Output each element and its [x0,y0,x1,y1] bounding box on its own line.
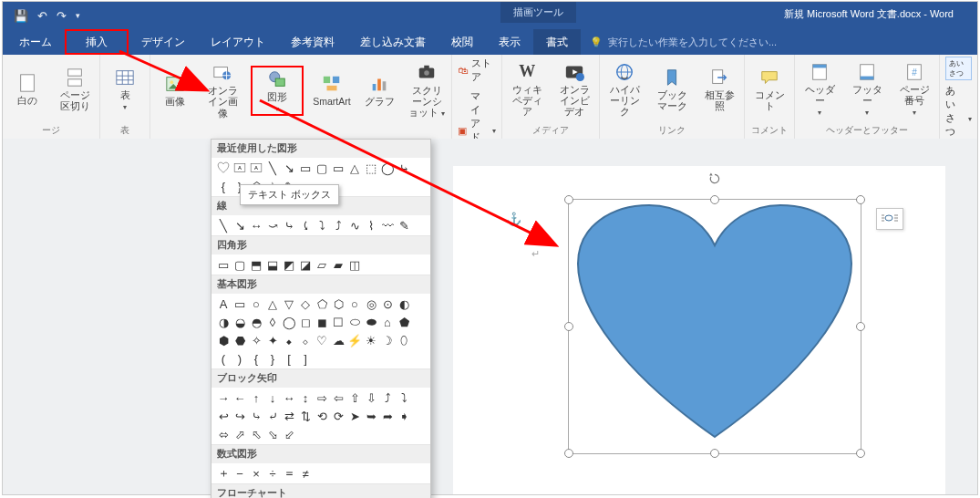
shape-block-13[interactable]: ↪ [232,408,248,424]
shape-oval[interactable]: ◯ [379,160,396,176]
header-button[interactable]: ヘッダー▾ [800,62,839,117]
shape-basic-24[interactable]: ⬢ [215,332,232,348]
shape-basic-12[interactable]: ◑ [215,314,232,330]
shape-brace-l[interactable]: { [215,178,232,194]
shape-basic-7[interactable]: ⬡ [330,296,346,312]
tab-insert[interactable]: 挿入 [65,29,129,55]
shape-block-10[interactable]: ⤴ [379,389,396,406]
shape-triangle[interactable]: △ [346,160,363,176]
shapes-button[interactable]: 図形▾ [258,69,296,113]
shape-r8[interactable]: ▰ [330,256,346,273]
shape-basic-1[interactable]: ▭ [232,296,248,312]
resize-handle-w[interactable] [564,322,573,331]
shape-line10[interactable]: ⌇ [363,217,379,233]
shape-block-21[interactable]: ➥ [363,408,379,424]
shape-line-arrow[interactable]: ↘ [281,160,297,176]
online-video-button[interactable]: オンラインビデオ [555,62,593,117]
shape-r6[interactable]: ◪ [297,256,314,273]
shape-r5[interactable]: ◩ [281,256,297,273]
page-break-button[interactable]: ページ区切り [56,67,94,111]
shape-basic-5[interactable]: ◇ [297,296,314,312]
wikipedia-button[interactable]: W ウィキペディア [508,62,546,117]
shape-r3[interactable]: ⬒ [248,256,264,273]
resize-handle-ne[interactable] [856,195,865,204]
shape-block-14[interactable]: ⤷ [248,408,264,424]
shape-block-12[interactable]: ↩ [215,408,232,424]
resize-handle-se[interactable] [856,449,865,458]
tab-format[interactable]: 書式 [533,29,581,55]
footer-button[interactable]: フッター▾ [848,62,886,117]
shape-basic-13[interactable]: ◒ [232,314,248,330]
heart-shape[interactable] [569,200,861,453]
shape-neq[interactable]: ≠ [297,465,314,482]
online-pictures-button[interactable]: オンライン画像 [203,63,242,118]
shape-basic-37[interactable]: ) [232,350,248,367]
shape-line1[interactable]: ╲ [215,217,232,233]
qat-dropdown-icon[interactable]: ▾ [76,11,80,20]
tell-me-box[interactable]: 💡 実行したい作業を入力してください... [581,29,786,55]
redo-icon[interactable]: ↷ [57,9,67,23]
cover-page-button[interactable]: 白の [8,73,46,106]
shape-line11[interactable]: 〰 [379,217,396,233]
shape-r2[interactable]: ▢ [232,256,248,273]
shape-basic-27[interactable]: ✦ [264,332,281,348]
tab-layout[interactable]: レイアウト [198,29,278,55]
screenshot-button[interactable]: スクリーンショット ▾ [407,63,446,118]
shape-basic-2[interactable]: ○ [248,296,264,312]
shape-block-23[interactable]: ➧ [396,408,412,424]
shape-basic-21[interactable]: ⬬ [363,314,379,330]
shape-line12[interactable]: ✎ [396,217,412,233]
shape-block-11[interactable]: ⤵ [396,389,412,406]
shape-block-22[interactable]: ➦ [379,408,396,424]
shape-line6[interactable]: ⤹ [297,217,314,233]
shape-line9[interactable]: ∿ [346,217,363,233]
shape-line3[interactable]: ↔ [248,217,264,233]
shape-basic-10[interactable]: ⊙ [379,296,396,312]
shape-block-20[interactable]: ➤ [346,408,363,424]
shape-basic-26[interactable]: ✧ [248,332,264,348]
shape-block-17[interactable]: ⇅ [297,408,314,424]
shape-basic-39[interactable]: } [264,350,281,367]
shape-basic-16[interactable]: ◯ [281,314,297,330]
shape-block-24[interactable]: ⬄ [215,426,232,442]
resize-handle-nw[interactable] [564,195,573,204]
shape-basic-15[interactable]: ◊ [264,314,281,330]
shape-line4[interactable]: ⤻ [264,217,281,233]
shape-block-5[interactable]: ↕ [297,389,314,406]
shape-block-18[interactable]: ⟲ [314,408,330,424]
resize-handle-sw[interactable] [564,449,573,458]
shape-block-15[interactable]: ⤶ [264,408,281,424]
shape-minus[interactable]: − [232,465,248,482]
shape-line[interactable]: ╲ [264,160,281,176]
shape-basic-25[interactable]: ⬣ [232,332,248,348]
resize-handle-n[interactable] [710,195,719,204]
resize-handle-e[interactable] [856,322,865,331]
shape-connector[interactable]: ⤷ [396,160,412,176]
shape-mult[interactable]: × [248,465,264,482]
shape-basic-29[interactable]: ⬦ [297,332,314,348]
shape-basic-41[interactable]: ] [297,350,314,367]
shape-basic-40[interactable]: [ [281,350,297,367]
shape-block-3[interactable]: ↓ [264,389,281,406]
shape-basic-14[interactable]: ◓ [248,314,264,330]
shape-basic-9[interactable]: ◎ [363,296,379,312]
shape-block-27[interactable]: ⬂ [264,426,281,442]
pagenum-button[interactable]: # ページ番号▾ [895,62,934,117]
shape-basic-22[interactable]: ⌂ [379,314,396,330]
shape-callout[interactable]: ⬚ [363,160,379,176]
chart-button[interactable]: グラフ [360,74,398,107]
shape-basic-28[interactable]: ⬥ [281,332,297,348]
shape-basic-30[interactable]: ♡ [314,332,330,348]
shape-basic-38[interactable]: { [248,350,264,367]
greeting-button[interactable]: あいさつ [945,57,972,80]
resize-handle-s[interactable] [710,449,719,458]
shape-block-6[interactable]: ⇨ [314,389,330,406]
shape-line2[interactable]: ↘ [232,217,248,233]
shape-basic-19[interactable]: ☐ [330,314,346,330]
shape-rounded[interactable]: ▢ [314,160,330,176]
crossref-button[interactable]: 相互参照 [700,67,738,111]
shape-r9[interactable]: ◫ [346,256,363,273]
shape-basic-11[interactable]: ◐ [396,296,412,312]
shape-block-0[interactable]: → [215,389,232,406]
tab-references[interactable]: 参考資料 [278,29,347,55]
